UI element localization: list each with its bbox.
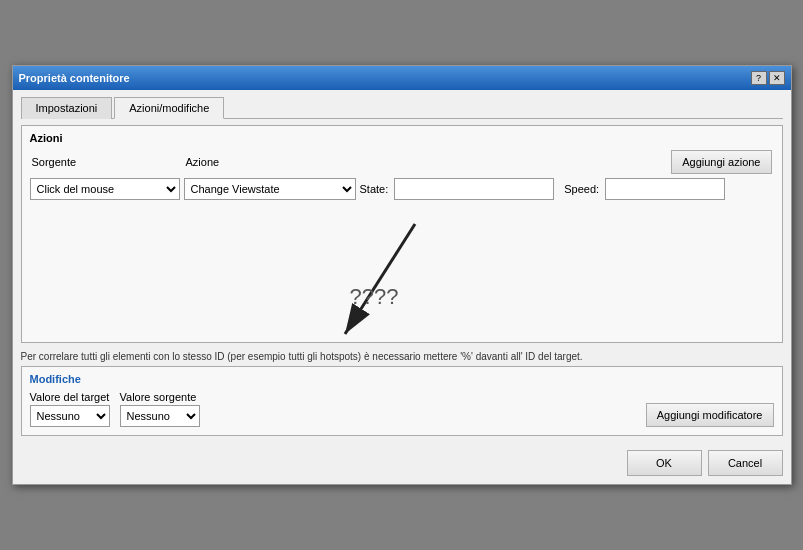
tab-bar: Impostazioni Azioni/modifiche [21,96,783,119]
azione-select[interactable]: Change Viewstate Show Hide Toggle [184,178,356,200]
valore-target-col: Valore del target Nessuno [30,391,110,427]
title-bar-buttons: ? ✕ [751,71,785,85]
add-action-button[interactable]: Aggiungi azione [671,150,771,174]
valore-target-label: Valore del target [30,391,110,403]
state-input[interactable] [394,178,554,200]
title-bar: Proprietà contenitore ? ✕ [13,66,791,90]
add-modifier-button[interactable]: Aggiungi modificatore [646,403,774,427]
dialog-content: Impostazioni Azioni/modifiche Azioni Sor… [13,90,791,444]
speed-input[interactable] [605,178,725,200]
modifiche-row: Valore del target Nessuno Valore sorgent… [30,391,774,427]
actions-header-row: Sorgente Azione Aggiungi azione [30,150,774,174]
azioni-section: Azioni Sorgente Azione Aggiungi azione C… [21,125,783,343]
help-button[interactable]: ? [751,71,767,85]
azioni-title: Azioni [30,132,774,144]
valore-target-select[interactable]: Nessuno [30,405,110,427]
valore-sorgente-select[interactable]: Nessuno [120,405,200,427]
state-label: State: [360,183,389,195]
cancel-button[interactable]: Cancel [708,450,783,476]
question-marks: ???? [350,284,399,310]
tab-impostazioni[interactable]: Impostazioni [21,97,113,119]
svg-line-1 [345,224,415,334]
sorgente-select[interactable]: Click del mouse Hover Double click [30,178,180,200]
window-title: Proprietà contenitore [19,72,130,84]
arrow-area: ???? [30,204,774,334]
tab-azioni-modifiche[interactable]: Azioni/modifiche [114,97,224,119]
header-azione: Azione [186,156,361,168]
action-row: Click del mouse Hover Double click Chang… [30,178,774,200]
header-sorgente: Sorgente [32,156,186,168]
modifiche-title: Modifiche [30,373,774,385]
modifiche-section: Modifiche Valore del target Nessuno Valo… [21,366,783,436]
speed-label: Speed: [564,183,599,195]
main-dialog: Proprietà contenitore ? ✕ Impostazioni A… [12,65,792,485]
close-button[interactable]: ✕ [769,71,785,85]
valore-sorgente-label: Valore sorgente [120,391,200,403]
ok-button[interactable]: OK [627,450,702,476]
valore-sorgente-col: Valore sorgente Nessuno [120,391,200,427]
dialog-footer: OK Cancel [13,444,791,484]
